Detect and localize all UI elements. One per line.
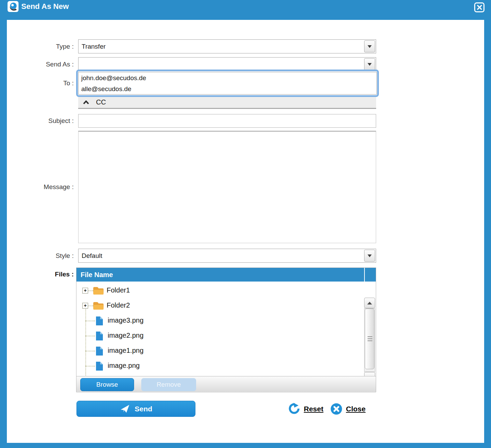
tree-item-label: Folder2: [107, 301, 130, 309]
tree-item-label: image1.png: [108, 347, 144, 354]
reset-link-label: Reset: [304, 405, 323, 413]
send-as-dropdown-button[interactable]: [364, 58, 375, 70]
chevron-down-icon: [368, 45, 372, 48]
to-recipients-field[interactable]: john.doe@secudos.de alle@secudos.de: [76, 70, 379, 97]
type-select-value: Transfer: [82, 43, 106, 50]
tree-connector-stub: [85, 321, 95, 321]
style-select[interactable]: Default: [78, 249, 376, 263]
subject-label: Subject :: [7, 114, 74, 128]
files-tree-body: + Folder1 +: [76, 282, 376, 376]
type-label: Type :: [7, 39, 74, 53]
style-select-value: Default: [82, 252, 102, 260]
file-icon: [96, 346, 103, 357]
file-icon: [96, 316, 103, 327]
tree-row[interactable]: + image.png: [76, 359, 362, 374]
tree-row[interactable]: + image2.png: [76, 328, 362, 344]
file-icon: [96, 331, 103, 342]
send-as-label: Send As :: [7, 57, 74, 71]
close-icon: [477, 5, 482, 10]
scroll-up-button[interactable]: [364, 298, 375, 308]
tree-item-label: image.png: [108, 362, 140, 370]
files-panel: File Name + Folder1 +: [76, 267, 376, 392]
folder-icon: [93, 301, 104, 312]
tree-row[interactable]: + image3.png: [76, 313, 362, 328]
file-icon: [96, 361, 103, 372]
dialog-content: Type : Send As : To : Subject : Message …: [7, 20, 484, 443]
tree-row[interactable]: + image1.png: [76, 344, 362, 359]
close-link-label: Close: [346, 405, 366, 413]
scroll-down-button[interactable]: [364, 372, 375, 376]
tree-row[interactable]: + Folder2: [76, 298, 362, 313]
window-titlebar: Send As New: [0, 0, 491, 20]
tree-connector-stub: [85, 366, 95, 366]
files-column-header-text: File Name: [81, 271, 113, 279]
chevron-down-icon: [368, 254, 372, 257]
paper-plane-icon: [120, 404, 130, 414]
chevron-up-icon: [83, 100, 89, 104]
files-tree: + Folder1 +: [76, 283, 362, 374]
cc-toggle-bar[interactable]: CC: [78, 97, 376, 109]
tree-item-label: image3.png: [108, 316, 144, 324]
files-scrollbar: [364, 298, 375, 376]
tree-expand-button[interactable]: +: [82, 303, 88, 309]
browse-button[interactable]: Browse: [80, 378, 134, 391]
type-select[interactable]: Transfer: [78, 39, 376, 53]
app-logo-icon: [8, 1, 19, 12]
send-button[interactable]: Send: [76, 401, 195, 417]
to-recipient-item[interactable]: john.doe@secudos.de: [79, 72, 376, 83]
close-circle-icon: [331, 403, 342, 415]
files-toolbar: Browse Remove: [76, 376, 376, 393]
cc-label: CC: [96, 98, 106, 106]
window-close-button[interactable]: [474, 2, 484, 12]
remove-button[interactable]: Remove: [141, 378, 196, 391]
style-dropdown-button[interactable]: [364, 250, 375, 262]
arrow-up-icon: [367, 302, 372, 304]
message-label: Message :: [7, 131, 74, 243]
close-link[interactable]: Close: [331, 401, 366, 417]
subject-input[interactable]: [78, 114, 376, 128]
tree-connector-stub: [85, 351, 95, 351]
folder-icon: [93, 286, 104, 297]
tree-row[interactable]: + Folder1: [76, 283, 362, 298]
tree-expand-button[interactable]: +: [82, 288, 88, 294]
window-title: Send As New: [21, 2, 69, 11]
tree-connector-stub: [88, 306, 93, 306]
tree-item-label: image2.png: [108, 332, 144, 339]
scrollbar-thumb[interactable]: [365, 309, 374, 369]
message-textarea[interactable]: [78, 131, 376, 243]
reset-icon: [288, 403, 300, 415]
tree-item-label: Folder1: [107, 286, 130, 294]
tree-connector-stub: [85, 336, 95, 336]
scrollbar-track[interactable]: [364, 308, 375, 372]
scrollbar-grip-icon: [368, 336, 372, 342]
files-header-spacer-cell: [364, 268, 376, 282]
send-button-label: Send: [135, 405, 152, 413]
type-dropdown-button[interactable]: [364, 40, 375, 52]
chevron-down-icon: [368, 63, 372, 66]
to-recipient-item[interactable]: alle@secudos.de: [79, 83, 376, 94]
tree-connector-stub: [88, 290, 93, 291]
to-recipients-list: john.doe@secudos.de alle@secudos.de: [78, 72, 377, 95]
files-column-header: File Name: [76, 268, 376, 282]
files-label: Files :: [7, 267, 74, 281]
style-label: Style :: [7, 249, 74, 263]
to-label: To :: [7, 70, 74, 97]
reset-link[interactable]: Reset: [288, 401, 323, 417]
send-as-select[interactable]: [78, 57, 376, 71]
